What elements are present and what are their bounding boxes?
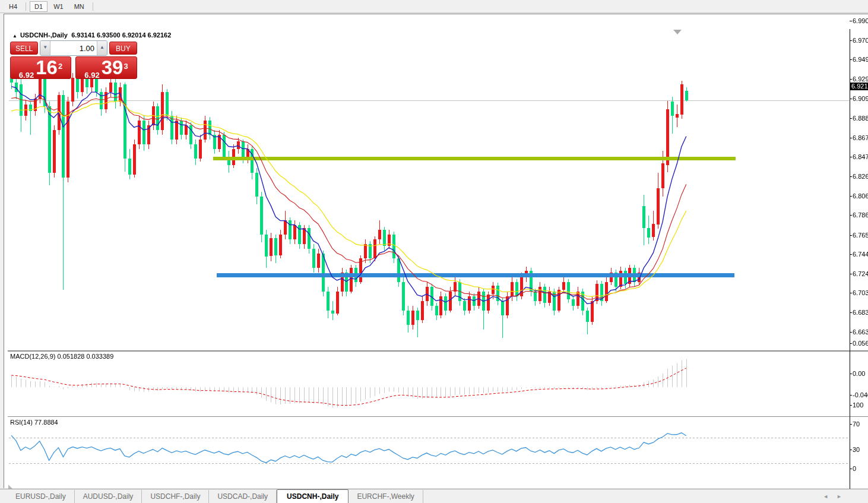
volume-input[interactable]: [50, 41, 97, 55]
axis-tick: [850, 450, 852, 450]
price-tick-label: 6.70390: [853, 289, 868, 296]
price-tick-label: 6.97030: [853, 37, 868, 44]
axis-tick: [850, 254, 852, 255]
sell-quote-box[interactable]: 6.92162: [10, 56, 71, 79]
axis-tick: [850, 293, 852, 293]
volume-stepper: ▼ ▲: [40, 40, 107, 56]
axis-tick: [850, 395, 852, 396]
price-tick-label: 6.84730: [853, 153, 868, 160]
macd-signal-value: 0.033389: [86, 353, 113, 360]
macd-tick-label: 0.00: [853, 370, 865, 377]
price-tick-label: 6.76510: [853, 232, 868, 239]
price-tick-label: 6.90910: [853, 95, 868, 102]
macd-tick-label: 0.056211: [853, 340, 868, 347]
axis-tick: [850, 312, 852, 313]
chart-ohlc-values: 6.93141 6.93500 6.92014 6.92162: [71, 31, 171, 39]
chart-tab-usdchf-daily[interactable]: USDCHF-,Daily: [142, 490, 209, 503]
chart-tab-eurchf-weekly[interactable]: EURCHF-,Weekly: [349, 490, 423, 503]
axis-tick: [850, 405, 852, 406]
sell-price-point: 2: [58, 62, 62, 71]
chart-title: ▲USDCNH-,Daily 6.93141 6.93500 6.92014 6…: [12, 31, 171, 39]
axis-tick: [850, 59, 852, 60]
chart-tab-usdcnh-daily[interactable]: USDCNH-,Daily: [277, 489, 349, 503]
axis-tick: [850, 343, 852, 344]
price-tick-label: 6.94990: [853, 56, 868, 63]
rsi-pane-canvas[interactable]: [9, 417, 850, 489]
axis-tick: [850, 235, 852, 236]
sell-price-prefix: 6.92: [19, 71, 34, 80]
rsi-value: 77.8884: [34, 419, 58, 426]
sell-price-pips: 16: [36, 57, 58, 78]
axis-tick: [850, 118, 852, 119]
timeframe-button-h4[interactable]: H4: [4, 1, 22, 12]
price-tick-label: 6.86770: [853, 134, 868, 141]
axis-tick: [850, 138, 852, 138]
tab-scroll-right-icon[interactable]: ►: [837, 493, 842, 499]
chart-tab-bar: EURUSD-,DailyAUDUSD-,DailyUSDCHF-,DailyU…: [0, 489, 868, 503]
current-price-tag: 6.92162: [850, 83, 868, 90]
macd-pane-canvas[interactable]: [9, 352, 850, 416]
toolbar-separator: [26, 2, 26, 11]
buy-price-prefix: 6.92: [84, 71, 99, 80]
rsi-tick-label: 70: [853, 420, 860, 428]
volume-increase-icon[interactable]: ▲: [97, 41, 107, 55]
axis-tick: [850, 274, 852, 274]
axis-tick: [850, 176, 852, 177]
rsi-tick-label: 30: [853, 446, 860, 453]
timeframe-button-d1[interactable]: D1: [30, 1, 47, 12]
rsi-tick-label: 100: [853, 401, 863, 409]
price-tick-label: 6.74470: [853, 251, 868, 258]
price-tick-label: 6.99070: [853, 17, 868, 24]
buy-button[interactable]: BUY: [109, 42, 137, 55]
axis-tick: [850, 332, 852, 333]
buy-price-pips: 39: [102, 57, 123, 78]
rsi-tick-label: 0: [853, 465, 856, 472]
chart-tab-usdcad-daily[interactable]: USDCAD-,Daily: [209, 490, 277, 503]
axis-tick: [850, 215, 852, 216]
axis-tick: [850, 40, 852, 41]
tab-scroll-left-icon[interactable]: ◄: [823, 493, 828, 499]
price-tick-label: 6.66310: [853, 328, 868, 336]
toolbar-separator: [93, 2, 93, 11]
axis-tick: [850, 99, 852, 99]
axis-tick: [850, 196, 852, 197]
axis-tick: [850, 157, 852, 157]
price-tick-label: 6.72430: [853, 270, 868, 277]
axis-tick: [850, 424, 852, 425]
price-tick-label: 6.82690: [853, 173, 868, 180]
rsi-indicator-label: RSI(14) 77.8884: [10, 419, 58, 426]
buy-quote-box[interactable]: 6.92393: [75, 56, 137, 79]
axis-tick: [850, 469, 852, 469]
volume-decrease-icon[interactable]: ▼: [40, 41, 50, 55]
price-tick-label: 6.92950: [853, 75, 868, 83]
collapse-triangle-icon[interactable]: ▲: [12, 33, 17, 39]
price-tick-label: 6.68350: [853, 309, 868, 316]
timeframe-button-mn[interactable]: MN: [69, 1, 89, 12]
axis-tick: [850, 21, 852, 21]
axis-tick: [850, 374, 852, 374]
timeframe-button-w1[interactable]: W1: [49, 1, 68, 12]
chart-tab-audusd-daily[interactable]: AUDUSD-,Daily: [75, 490, 142, 503]
chart-window: ▲USDCNH-,Daily 6.93141 6.93500 6.92014 6…: [4, 14, 868, 488]
price-tick-label: 6.78610: [853, 211, 868, 219]
macd-tick-label: -0.040218: [853, 391, 868, 398]
scroll-to-end-marker-icon[interactable]: [673, 30, 682, 34]
pane-splitter-rsi[interactable]: [8, 416, 868, 417]
sell-button[interactable]: SELL: [10, 42, 38, 55]
axis-tick: [850, 79, 852, 80]
macd-indicator-label: MACD(12,26,9) 0.051828 0.033389: [10, 353, 113, 360]
tab-scroll-arrows: ◄►: [823, 489, 842, 503]
macd-main-value: 0.051828: [57, 353, 84, 360]
mt4-window: H4D1W1MN ▲USDCNH-,Daily 6.93141 6.93500 …: [0, 0, 868, 503]
rsi-name: RSI(14): [10, 419, 33, 426]
price-tick-label: 6.88810: [853, 115, 868, 122]
chart-tab-eurusd-daily[interactable]: EURUSD-,Daily: [7, 490, 75, 503]
chart-symbol-label: USDCNH-,Daily: [20, 31, 68, 39]
buy-price-point: 3: [123, 62, 128, 71]
pane-splitter-macd[interactable]: [8, 350, 868, 352]
macd-name: MACD(12,26,9): [10, 353, 55, 360]
one-click-trade-panel: SELL ▼ ▲ BUY 6.92162 6.92393: [10, 41, 137, 79]
timeframe-toolbar: H4D1W1MN: [0, 0, 868, 13]
price-tick-label: 6.80650: [853, 192, 868, 200]
